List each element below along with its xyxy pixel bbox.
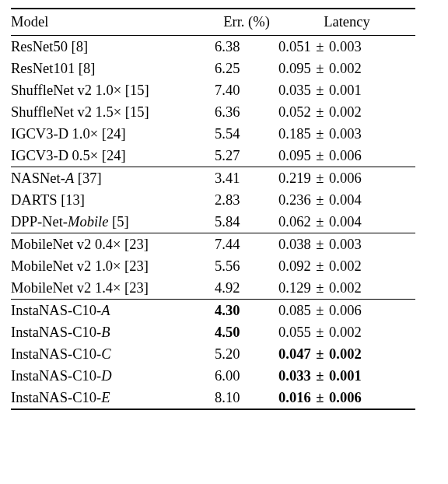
plus-minus-icon: ±	[311, 237, 329, 252]
model-cell: MobileNet v2 1.4× [23]	[11, 277, 215, 300]
model-cell: IGCV3-D 1.0× [24]	[11, 123, 215, 145]
plus-minus-icon: ±	[311, 214, 329, 230]
plus-minus-icon: ±	[311, 170, 329, 186]
model-cell: DARTS [13]	[11, 189, 215, 211]
latency-std: 0.002	[329, 104, 362, 120]
latency-cell: 0.092 ± 0.002	[278, 255, 415, 277]
plus-minus-icon: ±	[311, 39, 329, 54]
plus-minus-icon: ±	[311, 368, 329, 384]
latency-mean: 0.062	[278, 214, 311, 230]
table-row: DPP-Net-Mobile [5]5.840.062 ± 0.004	[11, 211, 415, 233]
latency-cell: 0.095 ± 0.002	[278, 58, 415, 79]
latency-std: 0.006	[329, 390, 362, 405]
err-cell: 4.30	[215, 300, 278, 322]
table-row: InstaNAS-C10-E8.100.016 ± 0.006	[11, 387, 415, 409]
err-cell: 5.20	[215, 343, 278, 365]
table-row: ResNet101 [8]6.250.095 ± 0.002	[11, 58, 415, 79]
latency-mean: 0.016	[278, 390, 311, 405]
model-ref: [23]	[121, 237, 148, 252]
latency-mean: 0.035	[278, 82, 311, 98]
err-cell: 5.27	[215, 145, 278, 167]
model-name: MobileNet v2 0.4×	[11, 237, 121, 252]
model-ref: [24]	[98, 126, 125, 142]
err-cell: 6.25	[215, 58, 278, 79]
model-suffix: E	[101, 390, 110, 405]
model-suffix: A	[65, 170, 74, 186]
latency-std: 0.002	[329, 346, 362, 362]
latency-std: 0.004	[329, 192, 362, 208]
model-cell: NASNet-A [37]	[11, 167, 215, 190]
model-cell: InstaNAS-C10-C	[11, 343, 215, 365]
err-cell: 6.00	[215, 365, 278, 387]
model-cell: IGCV3-D 0.5× [24]	[11, 145, 215, 167]
latency-std: 0.003	[329, 237, 362, 252]
err-cell: 4.50	[215, 321, 278, 343]
table-row: InstaNAS-C10-C5.200.047 ± 0.002	[11, 343, 415, 365]
model-ref: [15]	[121, 82, 149, 98]
model-name: DARTS	[11, 192, 58, 208]
model-cell: InstaNAS-C10-A	[11, 300, 215, 322]
model-cell: ShuffleNet v2 1.0× [15]	[11, 79, 215, 101]
latency-std: 0.006	[329, 170, 362, 186]
model-ref: [15]	[121, 104, 149, 120]
model-ref: [8]	[75, 61, 95, 76]
latency-mean: 0.085	[278, 303, 311, 318]
model-ref: [23]	[121, 280, 148, 296]
header-latency: Latency	[278, 9, 415, 36]
model-cell: ResNet101 [8]	[11, 58, 215, 79]
plus-minus-icon: ±	[311, 148, 329, 163]
latency-mean: 0.047	[278, 346, 311, 362]
model-ref: [37]	[74, 170, 101, 186]
model-name: ShuffleNet v2 1.5×	[11, 104, 121, 120]
latency-std: 0.002	[329, 258, 362, 274]
latency-cell: 0.095 ± 0.006	[278, 145, 415, 167]
model-name: InstaNAS-C10-	[11, 324, 101, 340]
model-ref: [5]	[108, 214, 128, 230]
latency-cell: 0.219 ± 0.006	[278, 167, 415, 190]
model-suffix: B	[101, 324, 110, 340]
table-row: IGCV3-D 0.5× [24]5.270.095 ± 0.006	[11, 145, 415, 167]
model-suffix: D	[101, 368, 111, 384]
model-name: MobileNet v2 1.0×	[11, 258, 121, 274]
err-cell: 6.36	[215, 101, 278, 123]
model-name: ShuffleNet v2 1.0×	[11, 82, 121, 98]
latency-std: 0.006	[329, 303, 362, 318]
model-cell: InstaNAS-C10-D	[11, 365, 215, 387]
model-ref: [23]	[121, 258, 148, 274]
model-cell: InstaNAS-C10-B	[11, 321, 215, 343]
err-cell: 6.38	[215, 36, 278, 58]
latency-std: 0.002	[329, 280, 362, 296]
latency-mean: 0.095	[278, 61, 311, 76]
model-cell: InstaNAS-C10-E	[11, 387, 215, 409]
latency-cell: 0.051 ± 0.003	[278, 36, 415, 58]
plus-minus-icon: ±	[311, 346, 329, 362]
model-name: IGCV3-D 1.0×	[11, 126, 98, 142]
table-row: NASNet-A [37]3.410.219 ± 0.006	[11, 167, 415, 190]
latency-cell: 0.052 ± 0.002	[278, 101, 415, 123]
model-cell: ShuffleNet v2 1.5× [15]	[11, 101, 215, 123]
plus-minus-icon: ±	[311, 61, 329, 76]
latency-mean: 0.236	[278, 192, 311, 208]
model-suffix: C	[101, 346, 110, 362]
plus-minus-icon: ±	[311, 324, 329, 340]
table-row: MobileNet v2 0.4× [23]7.440.038 ± 0.003	[11, 233, 415, 256]
plus-minus-icon: ±	[311, 192, 329, 208]
latency-cell: 0.016 ± 0.006	[278, 387, 415, 409]
latency-cell: 0.062 ± 0.004	[278, 211, 415, 233]
table-row: IGCV3-D 1.0× [24]5.540.185 ± 0.003	[11, 123, 415, 145]
model-suffix: A	[101, 303, 110, 318]
table-row: ResNet50 [8]6.380.051 ± 0.003	[11, 36, 415, 58]
latency-std: 0.003	[329, 126, 362, 142]
latency-cell: 0.085 ± 0.006	[278, 300, 415, 322]
table-row: ShuffleNet v2 1.0× [15]7.400.035 ± 0.001	[11, 79, 415, 101]
latency-mean: 0.051	[278, 39, 311, 54]
table-row: InstaNAS-C10-D6.000.033 ± 0.001	[11, 365, 415, 387]
table-row: InstaNAS-C10-B4.500.055 ± 0.002	[11, 321, 415, 343]
latency-mean: 0.095	[278, 148, 311, 163]
latency-mean: 0.129	[278, 280, 311, 296]
plus-minus-icon: ±	[311, 303, 329, 318]
latency-cell: 0.033 ± 0.001	[278, 365, 415, 387]
plus-minus-icon: ±	[311, 390, 329, 405]
model-cell: DPP-Net-Mobile [5]	[11, 211, 215, 233]
latency-cell: 0.185 ± 0.003	[278, 123, 415, 145]
